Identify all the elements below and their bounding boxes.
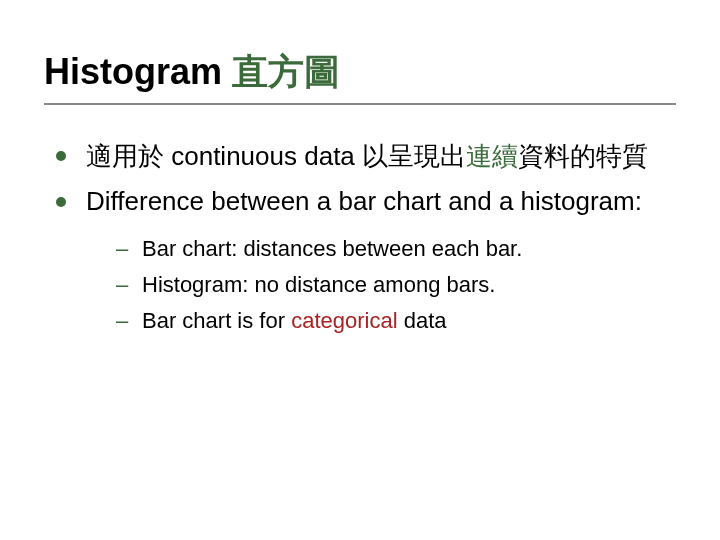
text-segment: 連續	[466, 141, 518, 171]
title-accent: 直方圖	[232, 51, 340, 92]
title-plain: Histogram	[44, 51, 232, 92]
text-segment: categorical	[291, 308, 397, 333]
sub-list-item: Histogram: no distance among bars.	[116, 269, 676, 301]
slide-title: Histogram 直方圖	[44, 48, 676, 105]
sub-list-item: Bar chart: distances between each bar.	[116, 233, 676, 265]
text-segment: Difference between a bar chart and a his…	[86, 186, 642, 216]
sub-list-item: Bar chart is for categorical data	[116, 305, 676, 337]
text-segment: Histogram: no distance among bars.	[142, 272, 495, 297]
body-list: 適用於 continuous data 以呈現出連續資料的特質Differenc…	[48, 139, 676, 337]
list-item: 適用於 continuous data 以呈現出連續資料的特質	[48, 139, 676, 174]
list-item: Difference between a bar chart and a his…	[48, 184, 676, 337]
text-segment: Bar chart: distances between each bar.	[142, 236, 522, 261]
text-segment: Bar chart is for	[142, 308, 291, 333]
text-segment: 資料的特質	[518, 141, 648, 171]
text-segment: data	[398, 308, 447, 333]
sub-list: Bar chart: distances between each bar.Hi…	[116, 233, 676, 337]
text-segment: 適用於 continuous data 以呈現出	[86, 141, 466, 171]
slide: Histogram 直方圖 適用於 continuous data 以呈現出連續…	[0, 0, 720, 540]
